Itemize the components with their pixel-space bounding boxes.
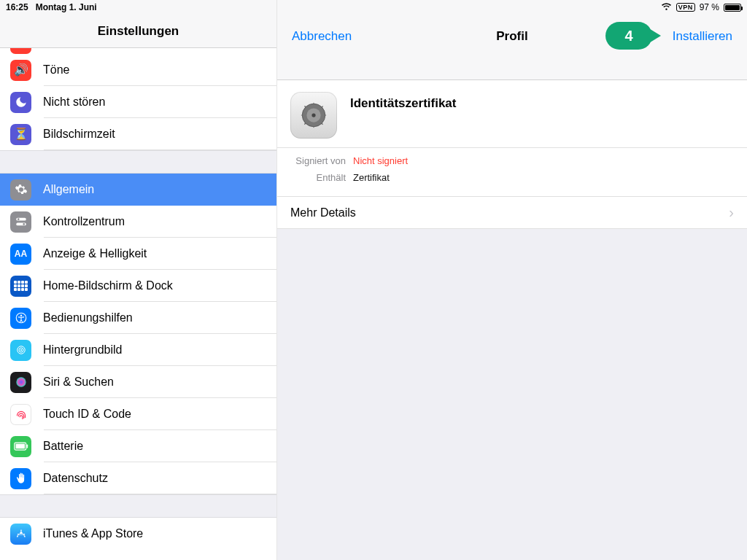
battery-icon bbox=[10, 436, 31, 457]
sidebar-item-label: Bildschirmzeit bbox=[43, 128, 115, 141]
signed-by-label: Signiert von bbox=[290, 155, 346, 166]
aa-icon: AA bbox=[10, 244, 31, 265]
moon-icon bbox=[10, 92, 31, 113]
sidebar-item-battery[interactable]: Batterie bbox=[0, 430, 276, 462]
svg-point-16 bbox=[311, 113, 315, 117]
sounds-icon: 🔊 bbox=[10, 60, 31, 81]
battery-percent: 97 % bbox=[700, 2, 719, 12]
status-bar: 16:25 Montag 1. Juni VPN 97 % bbox=[0, 0, 747, 15]
sidebar-item-label: Touch ID & Code bbox=[43, 408, 131, 421]
sidebar-item-control-center[interactable]: Kontrollzentrum bbox=[0, 206, 276, 238]
svg-point-3 bbox=[23, 223, 25, 225]
vpn-icon: VPN bbox=[676, 3, 695, 12]
sidebar-item-label: Datenschutz bbox=[43, 472, 108, 485]
sidebar-item-touchid[interactable]: Touch ID & Code bbox=[0, 398, 276, 430]
more-details-label: Mehr Details bbox=[290, 206, 356, 219]
hourglass-icon: ⏳ bbox=[10, 124, 31, 145]
group-separator bbox=[0, 494, 276, 518]
profile-gear-icon bbox=[290, 92, 337, 139]
sidebar-item-wallpaper[interactable]: Hintergrundbild bbox=[0, 334, 276, 366]
sidebar-item-accessibility[interactable]: Bedienungshilfen bbox=[0, 302, 276, 334]
sidebar-item-label: Anzeige & Helligkeit bbox=[43, 247, 147, 260]
profile-card: Identitätszertifikat bbox=[277, 80, 747, 148]
grid-icon bbox=[10, 276, 31, 297]
svg-rect-11 bbox=[26, 445, 28, 448]
appstore-icon bbox=[10, 524, 31, 545]
sidebar-item-label: Allgemein bbox=[43, 183, 94, 196]
sidebar-item-siri[interactable]: Siri & Suchen bbox=[0, 366, 276, 398]
accessibility-icon bbox=[10, 308, 31, 329]
settings-sidebar: Einstellungen 🔊 Töne Nicht stören ⏳ bbox=[0, 0, 277, 560]
sidebar-item-label: Nicht stören bbox=[43, 96, 105, 109]
contains-value: Zertifikat bbox=[353, 172, 390, 183]
sidebar-item-general[interactable]: Allgemein bbox=[0, 174, 276, 206]
sidebar-item-label: Töne bbox=[43, 63, 69, 77]
switches-icon bbox=[10, 211, 31, 233]
status-date: Montag 1. Juni bbox=[36, 2, 97, 12]
sidebar-item-screentime[interactable]: ⏳ Bildschirmzeit bbox=[0, 118, 276, 150]
sidebar-item-label: Home-Bildschirm & Dock bbox=[43, 279, 173, 292]
sidebar-item-label: Siri & Suchen bbox=[43, 376, 114, 389]
sidebar-item-label: Bedienungshilfen bbox=[43, 311, 133, 324]
detail-title: Profil bbox=[496, 29, 527, 44]
sidebar-item-partial[interactable] bbox=[0, 48, 276, 54]
svg-point-9 bbox=[16, 377, 26, 386]
sidebar-title: Einstellungen bbox=[98, 24, 179, 47]
more-details-row[interactable]: Mehr Details › bbox=[277, 197, 747, 229]
fingerprint-icon bbox=[10, 404, 31, 425]
sidebar-item-appstore[interactable]: iTunes & App Store bbox=[0, 518, 276, 550]
siri-icon bbox=[10, 372, 31, 393]
sidebar-item-display[interactable]: AA Anzeige & Helligkeit bbox=[0, 238, 276, 270]
callout-badge: 4 bbox=[605, 22, 652, 50]
battery-icon bbox=[724, 4, 741, 12]
detail-panel: Abbrechen Profil Installieren 4 Identitä… bbox=[277, 0, 747, 560]
sidebar-item-sounds[interactable]: 🔊 Töne bbox=[0, 54, 276, 86]
sidebar-item-label: Kontrollzentrum bbox=[43, 215, 125, 228]
install-button[interactable]: Installieren bbox=[673, 29, 732, 44]
sidebar-item-label: Hintergrundbild bbox=[43, 343, 123, 357]
signed-by-value: Nicht signiert bbox=[353, 155, 408, 166]
wifi-icon bbox=[661, 3, 672, 12]
wallpaper-icon bbox=[10, 340, 31, 361]
contains-label: Enthält bbox=[290, 172, 346, 183]
sidebar-item-privacy[interactable]: Datenschutz bbox=[0, 462, 276, 494]
hand-icon bbox=[10, 468, 31, 489]
svg-point-2 bbox=[17, 218, 19, 220]
sidebar-item-label: iTunes & App Store bbox=[43, 527, 143, 540]
profile-meta: Signiert von Nicht signiert Enthält Zert… bbox=[277, 148, 747, 197]
sidebar-item-dnd[interactable]: Nicht stören bbox=[0, 86, 276, 118]
svg-point-5 bbox=[20, 314, 21, 316]
callout-number: 4 bbox=[624, 28, 632, 44]
chevron-right-icon: › bbox=[729, 204, 734, 221]
status-time: 16:25 bbox=[6, 2, 28, 12]
svg-rect-12 bbox=[15, 444, 25, 449]
group-separator bbox=[0, 150, 276, 174]
gear-icon bbox=[10, 179, 31, 201]
sidebar-item-homescreen[interactable]: Home-Bildschirm & Dock bbox=[0, 270, 276, 302]
profile-name: Identitätszertifikat bbox=[350, 96, 456, 111]
sidebar-item-label: Batterie bbox=[43, 440, 83, 453]
svg-point-8 bbox=[20, 349, 21, 351]
cancel-button[interactable]: Abbrechen bbox=[292, 29, 352, 44]
